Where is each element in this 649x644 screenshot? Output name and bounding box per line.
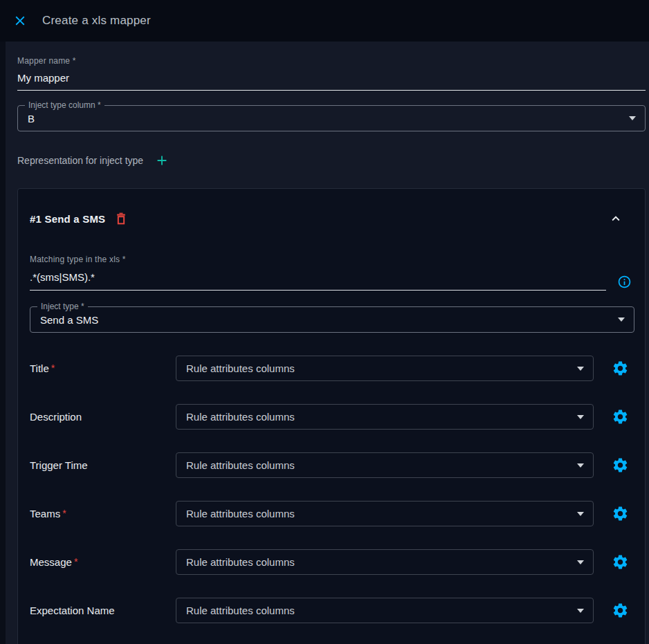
field-row-trigger-time: Trigger Time Rule attributes columns	[30, 452, 632, 478]
page-title: Create a xls mapper	[42, 14, 151, 28]
inject-type-column-select[interactable]: Inject type column * B	[17, 105, 646, 131]
chevron-down-icon	[577, 560, 584, 564]
rule-attributes-select[interactable]: Rule attributes columns	[176, 501, 594, 526]
rule-attributes-select[interactable]: Rule attributes columns	[176, 356, 594, 381]
field-row-teams: Teams* Rule attributes columns	[30, 501, 632, 526]
chevron-down-icon	[629, 116, 636, 120]
mapper-form: Mapper name * My mapper Inject type colu…	[6, 42, 649, 644]
representation-card: #1 Send a SMS Matching type in the xls *…	[17, 188, 646, 644]
gear-icon	[612, 553, 629, 571]
chevron-down-icon	[577, 415, 584, 419]
field-label: Expectation Name	[30, 605, 176, 616]
inject-type-column-label: Inject type column *	[25, 100, 104, 110]
field-settings-button[interactable]	[612, 602, 629, 619]
gear-icon	[612, 505, 629, 522]
chevron-down-icon	[577, 463, 584, 468]
representation-title: #1 Send a SMS	[30, 213, 105, 225]
plus-icon	[154, 153, 170, 168]
mapper-name-input[interactable]: My mapper	[17, 72, 646, 91]
field-row-title: Title* Rule attributes columns	[30, 356, 632, 381]
rule-attributes-select[interactable]: Rule attributes columns	[176, 452, 594, 478]
mapper-name-label: Mapper name *	[17, 56, 646, 66]
inject-type-value: Send a SMS	[30, 314, 98, 326]
field-row-expectation-name: Expectation Name Rule attributes columns	[30, 598, 632, 623]
representation-card-header: #1 Send a SMS	[30, 211, 632, 226]
matching-type-row: .*(sms|SMS).*	[30, 264, 632, 291]
required-asterisk: *	[62, 508, 66, 519]
representation-label: Representation for inject type	[17, 155, 143, 166]
field-label: Description	[30, 411, 176, 423]
matching-type-label: Matching type in the xls *	[30, 255, 632, 264]
chevron-up-icon	[608, 211, 623, 226]
gear-icon	[612, 360, 629, 377]
gear-icon	[612, 457, 629, 474]
field-settings-button[interactable]	[612, 360, 629, 377]
required-asterisk: *	[74, 556, 77, 567]
inject-type-label: Inject type *	[37, 302, 88, 311]
field-row-message: Message* Rule attributes columns	[30, 549, 632, 575]
gear-icon	[612, 408, 629, 425]
matching-type-info-button[interactable]	[617, 275, 632, 289]
field-settings-button[interactable]	[612, 505, 629, 522]
chevron-down-icon	[577, 512, 584, 516]
rule-attributes-select[interactable]: Rule attributes columns	[176, 404, 594, 430]
chevron-down-icon	[577, 609, 584, 613]
close-icon[interactable]	[12, 13, 28, 28]
trash-icon	[114, 212, 128, 226]
close-x-glyph	[12, 13, 28, 28]
field-label: Title*	[30, 362, 176, 374]
rule-attributes-select[interactable]: Rule attributes columns	[176, 598, 594, 623]
inject-type-column-value: B	[18, 113, 35, 125]
inject-type-select[interactable]: Inject type * Send a SMS	[30, 306, 634, 333]
field-settings-button[interactable]	[612, 553, 629, 571]
field-label: Teams*	[30, 508, 176, 519]
add-representation-button[interactable]	[154, 153, 170, 168]
field-label: Trigger Time	[30, 459, 176, 471]
required-asterisk: *	[51, 362, 55, 374]
info-icon	[617, 275, 632, 289]
field-row-description: Description Rule attributes columns	[30, 404, 632, 430]
field-settings-button[interactable]	[612, 408, 629, 425]
chevron-down-icon	[618, 318, 625, 322]
representation-section-header: Representation for inject type	[17, 153, 646, 168]
gear-icon	[612, 602, 629, 619]
delete-representation-button[interactable]	[114, 212, 128, 226]
field-label: Message*	[30, 556, 176, 568]
rule-attributes-select[interactable]: Rule attributes columns	[176, 549, 594, 575]
matching-type-input[interactable]: .*(sms|SMS).*	[30, 271, 606, 291]
chevron-down-icon	[577, 367, 584, 371]
field-settings-button[interactable]	[612, 457, 629, 474]
drawer-header: Create a xls mapper	[0, 0, 649, 42]
collapse-representation-button[interactable]	[608, 211, 623, 226]
